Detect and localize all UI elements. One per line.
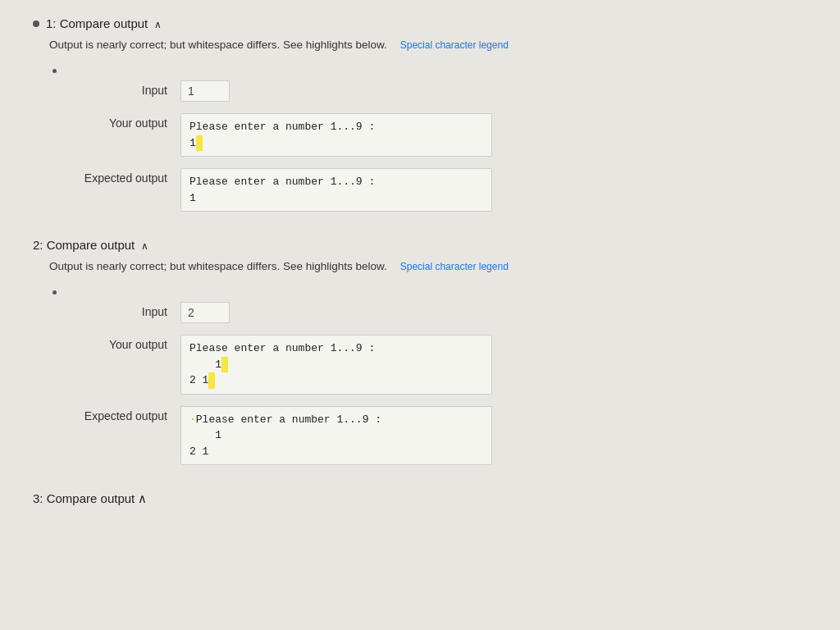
section1-your-output-line2: 1 [189,137,203,149]
section2-expected-dot: · [189,413,196,426]
section2-input-label: Input [49,302,180,318]
section1-expected-output-label: Expected output [49,168,180,185]
section2-title[interactable]: 2: Compare output ∧ [33,238,148,252]
section1-special-legend-link[interactable]: Special character legend [400,39,509,51]
section1-header: 1: Compare output ∧ [33,16,807,30]
section2-your-output-line3: 2 1 [189,374,215,386]
section2-expected-output-box: ·Please enter a number 1...9 : 1 2 1 [180,406,492,466]
section2-your-output-label: Your output [49,335,180,351]
section2-your-output-row: Your output Please enter a number 1...9 … [49,335,807,395]
section1-content: Output is nearly correct; but whitespace… [49,39,807,212]
section1-expected-output-box: Please enter a number 1...9 : 1 [180,168,492,212]
section2-header: 2: Compare output ∧ [33,238,807,252]
section2-your-output-box: Please enter a number 1...9 : 1 2 1 [180,335,492,395]
section2-expected-line3: 2 1 [189,445,208,458]
section1-expected-line2: 1 [189,192,196,204]
section2-highlight1 [221,357,228,373]
section1-input-label: Input [49,80,180,97]
section1-your-output-box: Please enter a number 1...9 : 1 [180,113,492,157]
section2-caret: ∧ [141,240,148,252]
section1-expected-output-row: Expected output Please enter a number 1.… [49,168,807,212]
section2-status-line: Output is nearly correct; but whitespace… [49,260,807,272]
section2-content: Output is nearly correct; but whitespace… [49,260,807,465]
section1-expected-line1: Please enter a number 1...9 : [189,176,375,188]
section2-expected-line1: Please enter a number 1...9 : [196,413,381,426]
section1-highlight [196,135,203,152]
section2-expected-output-row: Expected output ·Please enter a number 1… [49,406,807,466]
section2-your-output-line2: 1 [189,358,228,371]
section1-your-output-row: Your output Please enter a number 1...9 … [49,113,807,157]
section1-status-line: Output is nearly correct; but whitespace… [49,39,807,51]
section2-input-row: Input 2 [49,302,807,323]
section3-caret: ∧ [138,491,147,505]
section1-your-output-label: Your output [49,113,180,130]
section2-expected-line2: 1 [189,429,221,441]
section1-caret: ∧ [154,19,162,30]
section1-title[interactable]: 1: Compare output ∧ [46,16,162,30]
section2-status-text: Output is nearly correct; but whitespace… [49,260,387,272]
section1-input-value: 1 [180,80,230,102]
section2-sub-bullet [52,290,57,294]
section3-partial: 3: Compare output ∧ [33,491,807,506]
compare-section-2: 2: Compare output ∧ Output is nearly cor… [33,238,807,465]
section2-highlight2 [208,372,215,389]
section2-input-value: 2 [180,302,230,323]
section1-your-output-line1: Please enter a number 1...9 : [189,121,375,133]
section2-special-legend-link[interactable]: Special character legend [400,261,509,272]
section3-title[interactable]: 3: Compare output ∧ [33,491,147,505]
section2-your-output-line1: Please enter a number 1...9 : [189,342,375,354]
section1-input-row: Input 1 [49,80,807,102]
section2-expected-output-label: Expected output [49,406,180,422]
section1-bullet [33,21,39,27]
section1-status-text: Output is nearly correct; but whitespace… [49,39,387,51]
section1-sub-bullet [52,69,57,73]
compare-section-1: 1: Compare output ∧ Output is nearly cor… [33,16,807,212]
